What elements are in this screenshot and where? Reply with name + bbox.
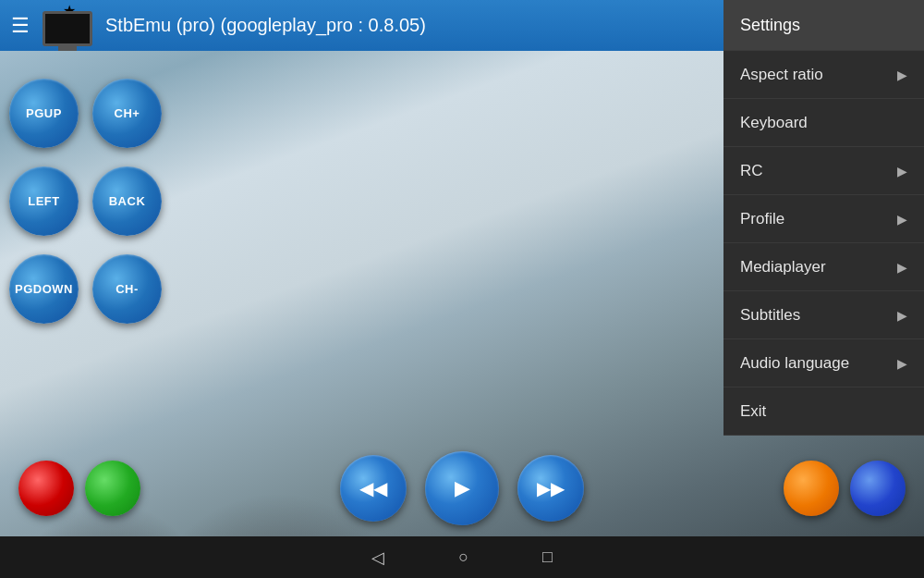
rewind-button[interactable]: ◀◀ (340, 455, 407, 522)
hamburger-icon[interactable]: ☰ (11, 16, 30, 36)
chevron-right-icon: ▶ (897, 68, 907, 82)
chevron-right-icon-mediaplayer: ▶ (897, 260, 907, 275)
menu-item-profile[interactable]: Profile ▶ (723, 195, 924, 243)
forward-icon: ▶▶ (537, 477, 565, 499)
orange-button[interactable] (784, 461, 839, 516)
back-button[interactable]: BACK (92, 166, 162, 236)
play-button[interactable]: ▶ (425, 451, 499, 525)
app-title: StbEmu (pro) (googleplay_pro : 0.8.05) (105, 15, 426, 36)
forward-button[interactable]: ▶▶ (517, 455, 584, 522)
chminus-button[interactable]: CH- (92, 254, 162, 324)
red-button[interactable] (18, 461, 74, 516)
media-controls: ◀◀ ▶ ▶▶ (0, 449, 924, 527)
menu-item-keyboard[interactable]: Keyboard (723, 99, 924, 147)
menu-item-subtitles-label: Subtitles (740, 306, 800, 325)
menu-item-settings-label: Settings (740, 16, 800, 35)
menu-item-exit[interactable]: Exit (723, 387, 924, 436)
menu-item-audio-language-label: Audio language (740, 354, 849, 373)
pgup-button[interactable]: PGUP (9, 79, 79, 148)
tv-screen-icon (43, 11, 92, 46)
app-header: ☰ ★ StbEmu (pro) (googleplay_pro : 0.8.0… (0, 0, 723, 51)
left-button[interactable]: LEFT (9, 166, 79, 236)
menu-item-audio-language[interactable]: Audio language ▶ (723, 339, 924, 387)
control-row-3: PGDOWN CH- (9, 254, 162, 324)
menu-item-mediaplayer[interactable]: Mediaplayer ▶ (723, 243, 924, 291)
chevron-right-icon-audio: ▶ (897, 356, 907, 371)
back-nav-button[interactable]: ◁ (371, 547, 384, 568)
tv-stand-icon (58, 46, 77, 51)
blue-button[interactable] (850, 461, 906, 516)
menu-item-subtitles[interactable]: Subtitles ▶ (723, 291, 924, 339)
home-nav-button[interactable]: ○ (458, 547, 468, 567)
menu-item-aspect-ratio[interactable]: Aspect ratio ▶ (723, 51, 924, 99)
app-logo: ★ (43, 6, 92, 46)
color-buttons-right (784, 461, 906, 516)
chevron-right-icon-profile: ▶ (897, 212, 907, 227)
chplus-button[interactable]: CH+ (92, 79, 162, 148)
color-buttons-left (18, 461, 140, 516)
controls-panel: PGUP CH+ LEFT BACK PGDOWN CH- (0, 51, 203, 449)
bottom-nav-bar: ◁ ○ □ (0, 536, 924, 578)
recent-nav-button[interactable]: □ (542, 547, 553, 567)
chevron-right-icon-subtitles: ▶ (897, 308, 907, 323)
menu-item-rc-label: RC (740, 162, 763, 180)
chevron-right-icon-rc: ▶ (897, 164, 907, 178)
menu-item-keyboard-label: Keyboard (740, 114, 808, 132)
context-menu: Settings Aspect ratio ▶ Keyboard RC ▶ Pr… (723, 0, 924, 436)
rewind-icon: ◀◀ (359, 477, 387, 499)
control-row-2: LEFT BACK (9, 166, 162, 236)
play-icon: ▶ (455, 476, 470, 500)
green-button[interactable] (85, 461, 140, 516)
menu-item-mediaplayer-label: Mediaplayer (740, 258, 826, 277)
menu-item-settings[interactable]: Settings (723, 0, 924, 51)
control-row-1: PGUP CH+ (9, 79, 162, 148)
menu-item-rc[interactable]: RC ▶ (723, 147, 924, 195)
pgdown-button[interactable]: PGDOWN (9, 254, 79, 324)
menu-item-profile-label: Profile (740, 210, 784, 228)
menu-item-exit-label: Exit (740, 402, 766, 421)
menu-item-aspect-ratio-label: Aspect ratio (740, 66, 823, 84)
